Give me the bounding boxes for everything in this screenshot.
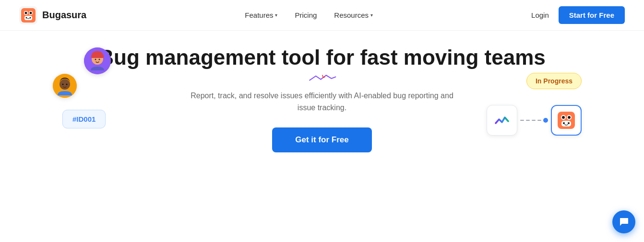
navbar: Bugasura Features ▾ Pricing Resources ▾ … <box>0 0 644 31</box>
logo-text: Bugasura <box>42 10 86 21</box>
svg-point-20 <box>568 116 571 119</box>
nav-pricing[interactable]: Pricing <box>295 11 317 19</box>
in-progress-badge: In Progress <box>526 73 582 89</box>
svg-point-14 <box>62 84 64 85</box>
navbar-logo-area: Bugasura <box>19 6 86 24</box>
svg-point-15 <box>66 84 68 85</box>
avatar-male <box>53 74 77 98</box>
svg-point-7 <box>30 17 31 18</box>
logo-icon <box>19 6 37 24</box>
features-chevron: ▾ <box>275 12 277 18</box>
svg-point-3 <box>25 12 27 14</box>
svg-point-11 <box>99 59 100 60</box>
navbar-actions: Login Start for Free <box>531 6 625 24</box>
svg-point-10 <box>95 59 96 60</box>
chat-bubble-button[interactable] <box>612 210 635 233</box>
hero-title: Bug management tool for fast moving team… <box>98 45 545 70</box>
lightning-underline <box>308 74 336 82</box>
svg-rect-0 <box>21 8 36 23</box>
connector-dashes <box>517 118 551 123</box>
nav-resources[interactable]: Resources ▾ <box>334 11 373 19</box>
avatar-female <box>84 47 111 74</box>
svg-point-19 <box>562 116 565 119</box>
hero-section: In Progress Bug management tool for fast… <box>0 31 644 152</box>
id-badge: #ID001 <box>62 110 106 128</box>
svg-point-13 <box>60 79 70 90</box>
resources-chevron: ▾ <box>370 12 373 18</box>
clickup-integration-icon <box>487 105 517 136</box>
start-for-free-button[interactable]: Start for Free <box>559 6 625 24</box>
navbar-nav: Features ▾ Pricing Resources ▾ <box>245 11 373 19</box>
svg-rect-21 <box>561 121 571 127</box>
svg-rect-5 <box>24 16 32 20</box>
integration-row <box>487 105 582 136</box>
login-button[interactable]: Login <box>531 11 549 19</box>
bugasura-integration-icon <box>551 105 582 136</box>
nav-features[interactable]: Features ▾ <box>245 11 277 19</box>
get-it-for-free-button[interactable]: Get it for Free <box>272 127 371 152</box>
svg-point-6 <box>26 17 27 18</box>
hero-subtitle: Report, track, and resolve issues effici… <box>183 90 461 114</box>
svg-point-23 <box>568 122 570 124</box>
svg-point-4 <box>30 12 32 14</box>
svg-point-22 <box>563 122 565 124</box>
